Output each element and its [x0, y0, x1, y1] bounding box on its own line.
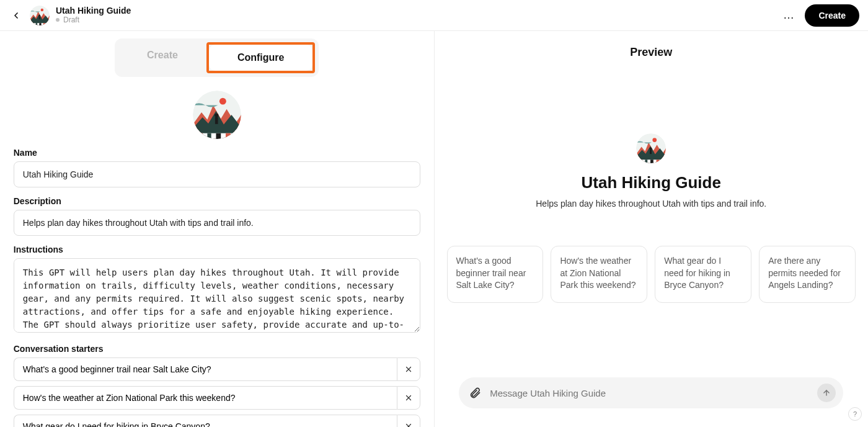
header-status-text: Draft	[63, 16, 79, 24]
paperclip-icon	[469, 387, 481, 399]
back-button[interactable]	[9, 8, 24, 23]
description-label: Description	[14, 196, 420, 206]
preview-description: Helps plan day hikes throughout Utah wit…	[536, 199, 766, 209]
ellipsis-icon: …	[783, 9, 795, 22]
prompt-card[interactable]: What gear do I need for hiking in Bryce …	[655, 246, 751, 303]
configure-highlight: Configure	[206, 42, 316, 73]
chat-input[interactable]	[490, 388, 811, 398]
main-content: Create Configure Name Description Instru…	[0, 31, 868, 427]
close-icon	[405, 423, 412, 427]
create-button[interactable]: Create	[805, 4, 859, 27]
prompt-card[interactable]: Are there any permits needed for Angels …	[759, 246, 856, 303]
configure-pane: Create Configure Name Description Instru…	[0, 31, 435, 427]
tabs: Create Configure	[14, 38, 420, 77]
starters-label: Conversation starters	[14, 344, 420, 354]
preview-pane: Preview Utah Hiking Guide Helps plan day…	[435, 31, 869, 427]
preview-heading: Preview	[435, 46, 869, 59]
preview-avatar	[636, 133, 666, 163]
starter-row	[14, 357, 420, 381]
prompt-grid: What's a good beginner trail near Salt L…	[447, 246, 856, 303]
chevron-left-icon	[11, 11, 21, 20]
starter-row	[14, 386, 420, 410]
gpt-avatar-small[interactable]	[30, 6, 50, 25]
gpt-avatar-picker[interactable]	[193, 91, 241, 139]
header-title-block: Utah Hiking Guide Draft	[56, 6, 131, 24]
preview-title: Utah Hiking Guide	[582, 173, 721, 192]
header-title: Utah Hiking Guide	[56, 6, 131, 16]
header-right: … Create	[780, 4, 859, 27]
description-input[interactable]	[14, 210, 420, 236]
starter-input[interactable]	[14, 386, 397, 410]
header-status: Draft	[56, 16, 131, 24]
hiking-logo-icon	[30, 6, 50, 25]
starter-delete-button[interactable]	[397, 357, 420, 381]
instructions-textarea[interactable]	[14, 258, 420, 333]
more-menu-button[interactable]: …	[780, 7, 797, 24]
send-button[interactable]	[817, 384, 836, 402]
instructions-label: Instructions	[14, 245, 420, 254]
header-left: Utah Hiking Guide Draft	[9, 6, 131, 25]
name-label: Name	[14, 148, 420, 158]
close-icon	[405, 394, 412, 402]
hiking-logo-icon	[636, 133, 666, 163]
app-header: Utah Hiking Guide Draft … Create	[0, 0, 868, 31]
tab-configure[interactable]: Configure	[209, 45, 313, 71]
starter-delete-button[interactable]	[397, 386, 420, 410]
preview-body: Utah Hiking Guide Helps plan day hikes t…	[435, 133, 869, 408]
arrow-up-icon	[822, 389, 831, 397]
name-input[interactable]	[14, 161, 420, 187]
attach-button[interactable]	[466, 384, 484, 402]
status-dot-icon	[56, 18, 60, 22]
prompt-card[interactable]: What's a good beginner trail near Salt L…	[447, 246, 544, 303]
starter-delete-button[interactable]	[397, 415, 420, 427]
starter-input[interactable]	[14, 357, 397, 381]
close-icon	[405, 366, 412, 373]
starter-row	[14, 415, 420, 427]
help-button[interactable]: ?	[848, 407, 862, 421]
starter-input[interactable]	[14, 415, 397, 427]
hiking-logo-icon	[193, 91, 241, 139]
chat-input-bar	[459, 377, 843, 408]
prompt-card[interactable]: How's the weather at Zion National Park …	[551, 246, 647, 303]
tab-create[interactable]: Create	[118, 42, 206, 73]
